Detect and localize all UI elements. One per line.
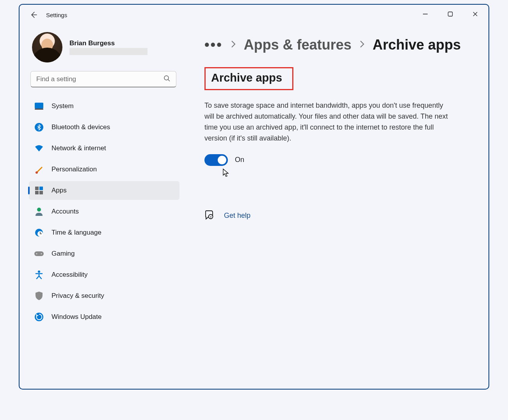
- page-heading: Archive apps: [211, 71, 282, 84]
- archive-toggle-row: On: [204, 154, 479, 166]
- system-icon: [34, 101, 44, 111]
- sidebar-item-bluetooth[interactable]: Bluetooth & devices: [29, 118, 179, 137]
- page-description: To save storage space and internet bandw…: [204, 100, 454, 144]
- sidebar-item-gaming[interactable]: Gaming: [29, 244, 179, 263]
- chevron-right-icon: [230, 37, 237, 53]
- breadcrumb-parent[interactable]: Apps & features: [244, 37, 352, 53]
- back-button[interactable]: [26, 7, 41, 23]
- sidebar-item-label: Gaming: [52, 250, 75, 258]
- sidebar-item-accessibility[interactable]: Accessibility: [29, 265, 179, 284]
- svg-line-3: [168, 79, 170, 81]
- user-block[interactable]: Brian Burgess: [29, 32, 179, 62]
- svg-point-18: [38, 271, 40, 273]
- search-icon: [163, 75, 171, 84]
- user-email-redacted: [69, 48, 147, 55]
- avatar: [32, 32, 62, 62]
- breadcrumb-current: Archive apps: [373, 37, 461, 53]
- sidebar-item-label: System: [52, 102, 74, 110]
- svg-rect-8: [35, 187, 39, 190]
- svg-rect-5: [35, 109, 43, 110]
- sidebar-item-apps[interactable]: Apps: [29, 181, 179, 200]
- sidebar-item-label: Privacy & security: [52, 292, 104, 300]
- main-content: ••• Apps & features Archive apps Archive…: [183, 25, 488, 389]
- get-help-link[interactable]: Get help: [224, 212, 250, 220]
- sidebar-item-label: Accessibility: [52, 271, 88, 279]
- accessibility-icon: [34, 270, 44, 279]
- update-icon: [34, 312, 44, 322]
- archive-toggle-label: On: [235, 156, 244, 164]
- app-title: Settings: [46, 12, 67, 18]
- minimize-button[interactable]: [413, 5, 438, 23]
- apps-icon: [34, 186, 44, 195]
- close-icon: [472, 11, 478, 17]
- sidebar-item-label: Personalization: [52, 166, 97, 173]
- chevron-right-icon: [359, 37, 366, 53]
- svg-point-16: [36, 253, 37, 254]
- maximize-icon: [448, 11, 453, 17]
- svg-text:?: ?: [210, 215, 212, 219]
- svg-rect-4: [35, 103, 43, 109]
- user-name: Brian Burgess: [69, 39, 147, 47]
- sidebar-nav: System Bluetooth & devices Network & int…: [29, 97, 179, 326]
- svg-rect-15: [34, 251, 44, 256]
- sidebar: Brian Burgess System: [20, 25, 183, 389]
- sidebar-item-personalization[interactable]: Personalization: [29, 160, 179, 179]
- minimize-icon: [423, 11, 428, 17]
- search-input[interactable]: [36, 75, 163, 83]
- search-box[interactable]: [30, 71, 176, 87]
- maximize-button[interactable]: [438, 5, 463, 23]
- svg-rect-10: [35, 191, 39, 194]
- sidebar-item-label: Windows Update: [52, 313, 102, 321]
- sidebar-item-label: Apps: [52, 187, 67, 194]
- sidebar-item-system[interactable]: System: [29, 97, 179, 116]
- wifi-icon: [34, 144, 44, 153]
- breadcrumb-overflow[interactable]: •••: [204, 37, 223, 53]
- sidebar-item-label: Time & language: [52, 229, 101, 237]
- accounts-icon: [34, 207, 44, 216]
- shield-icon: [34, 291, 44, 301]
- bluetooth-icon: [34, 123, 44, 132]
- close-button[interactable]: [463, 5, 488, 23]
- breadcrumb: ••• Apps & features Archive apps: [204, 37, 479, 53]
- settings-window: Settings Brian Burgess: [19, 4, 489, 390]
- sidebar-item-network[interactable]: Network & internet: [29, 139, 179, 158]
- svg-point-2: [164, 76, 169, 80]
- svg-rect-11: [39, 191, 43, 194]
- window-controls: [413, 5, 488, 23]
- sidebar-item-windows-update[interactable]: Windows Update: [29, 308, 179, 326]
- titlebar: Settings: [20, 5, 488, 25]
- sidebar-item-label: Bluetooth & devices: [52, 123, 110, 131]
- gamepad-icon: [34, 249, 44, 258]
- back-arrow-icon: [30, 11, 37, 19]
- sidebar-item-label: Network & internet: [52, 144, 106, 152]
- svg-rect-9: [39, 187, 43, 190]
- paintbrush-icon: [34, 165, 44, 174]
- sidebar-item-privacy[interactable]: Privacy & security: [29, 287, 179, 305]
- get-help-row: ? Get help: [204, 210, 479, 221]
- sidebar-item-label: Accounts: [52, 208, 79, 215]
- sidebar-item-time-language[interactable]: Time & language: [29, 223, 179, 242]
- page-heading-highlight: Archive apps: [204, 67, 293, 90]
- sidebar-item-accounts[interactable]: Accounts: [29, 202, 179, 221]
- help-icon: ?: [204, 210, 214, 221]
- body-area: Brian Burgess System: [20, 25, 488, 389]
- archive-toggle[interactable]: [204, 154, 228, 166]
- svg-point-17: [41, 253, 42, 254]
- svg-point-12: [37, 208, 41, 212]
- svg-point-7: [36, 171, 38, 174]
- svg-rect-1: [448, 12, 453, 16]
- clock-globe-icon: [34, 228, 44, 237]
- user-info: Brian Burgess: [69, 39, 147, 55]
- cursor-icon: [222, 168, 479, 179]
